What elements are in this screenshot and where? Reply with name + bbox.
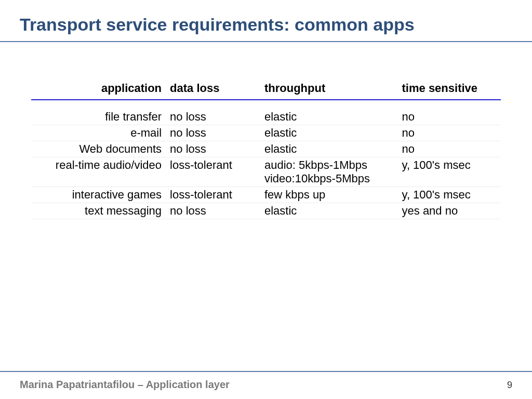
cell-application: file transfer: [31, 109, 166, 125]
header-time-sensitive: time sensitive: [398, 78, 501, 100]
title-underline: [0, 41, 532, 42]
cell-data-loss: no loss: [166, 125, 260, 141]
table-row: e-mail no loss elastic no: [31, 125, 501, 141]
slide-title: Transport service requirements: common a…: [0, 0, 532, 41]
cell-application: real-time audio/video: [31, 157, 166, 187]
cell-data-loss: no loss: [166, 203, 260, 219]
cell-throughput: elastic: [260, 141, 398, 157]
table-header-row: application data loss throughput time se…: [31, 78, 501, 100]
cell-time-sensitive: no: [398, 109, 501, 125]
footer-author: Marina Papatriantafilou – Application la…: [20, 379, 230, 391]
cell-throughput: few kbps up: [260, 187, 398, 203]
cell-time-sensitive: yes and no: [398, 203, 501, 219]
table-row: text messaging no loss elastic yes and n…: [31, 203, 501, 219]
cell-time-sensitive: y, 100's msec: [398, 187, 501, 203]
footer-divider: [0, 371, 532, 372]
cell-application: Web documents: [31, 141, 166, 157]
spacer-row: [31, 100, 501, 109]
cell-data-loss: loss-tolerant: [166, 157, 260, 187]
requirements-table-container: application data loss throughput time se…: [31, 78, 501, 219]
cell-data-loss: loss-tolerant: [166, 187, 260, 203]
cell-application: text messaging: [31, 203, 166, 219]
cell-time-sensitive: no: [398, 125, 501, 141]
table-row: Web documents no loss elastic no: [31, 141, 501, 157]
cell-time-sensitive: y, 100's msec: [398, 157, 501, 187]
cell-throughput: elastic: [260, 203, 398, 219]
cell-throughput: elastic: [260, 125, 398, 141]
cell-throughput: audio: 5kbps-1Mbps video:10kbps-5Mbps: [260, 157, 398, 187]
header-data-loss: data loss: [166, 78, 260, 100]
cell-data-loss: no loss: [166, 109, 260, 125]
requirements-table: application data loss throughput time se…: [31, 78, 501, 219]
cell-throughput: elastic: [260, 109, 398, 125]
cell-time-sensitive: no: [398, 141, 501, 157]
page-number: 9: [507, 380, 512, 391]
table-row: real-time audio/video loss-tolerant audi…: [31, 157, 501, 187]
cell-application: interactive games: [31, 187, 166, 203]
cell-application: e-mail: [31, 125, 166, 141]
header-throughput: throughput: [260, 78, 398, 100]
table-row: interactive games loss-tolerant few kbps…: [31, 187, 501, 203]
cell-data-loss: no loss: [166, 141, 260, 157]
table-row: file transfer no loss elastic no: [31, 109, 501, 125]
header-application: application: [31, 78, 166, 100]
